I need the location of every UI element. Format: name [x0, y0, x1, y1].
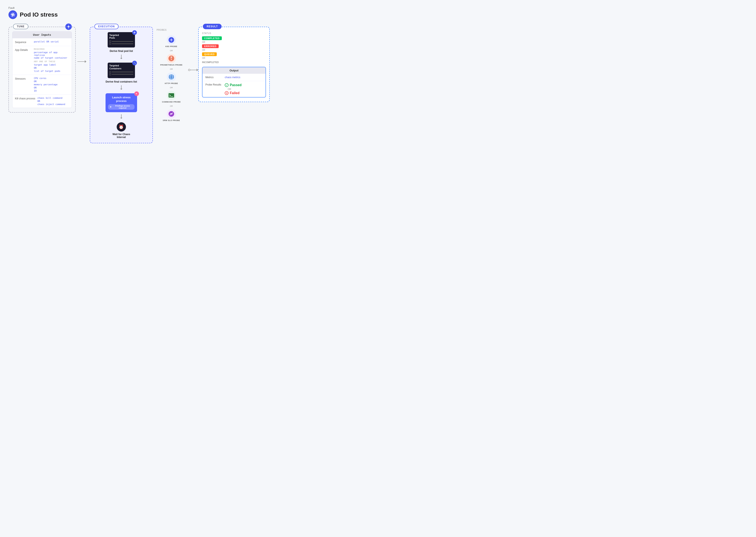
tune-badge: TUNE [13, 24, 28, 29]
result-section: RESULT STATUS COMPLETED OR ERRORED OR QU… [198, 27, 270, 102]
svg-point-11 [171, 39, 172, 41]
svg-rect-18 [169, 93, 174, 98]
page-title-row: Pod IO stress [8, 10, 748, 19]
launch-badge: ✦ [134, 91, 139, 97]
title-text: Pod IO stress [20, 11, 58, 18]
metrics-row: Metrics chaos metrics [202, 74, 266, 81]
h-arrow-1 [77, 60, 86, 63]
derive-pods-label: Derive final pod list [110, 50, 133, 53]
probe-or-3: OR [156, 87, 186, 89]
http-probe-item: HTTP PROBE [156, 70, 186, 86]
svg-point-1 [12, 14, 14, 16]
launch-stress-card: Launch stress process ⚙ Privilege access… [106, 93, 137, 112]
fault-label: Fault [8, 6, 748, 10]
execution-section: EXECUTION TargetedPods [90, 27, 153, 143]
output-card: Output Metrics chaos metrics Probe Resul… [202, 67, 266, 98]
execution-badge: EXECUTION [94, 24, 118, 29]
prometheus-probe-label: PROMETHEUS PROBE [160, 64, 183, 66]
pods-card-k8s-badge [132, 30, 137, 36]
passed-label: Passed [230, 83, 242, 87]
h-arrow-2 [190, 69, 198, 71]
command-probe-label: COMMAND PROBE [162, 101, 181, 103]
check-circle-icon: ✓ [225, 83, 229, 87]
status-label: STATUS [202, 32, 266, 34]
user-inputs-header: User Inputs [12, 31, 72, 38]
user-inputs-card: User Inputs Sequence parallel OR serial … [12, 31, 72, 108]
svg-point-3 [68, 26, 69, 27]
privilege-text: Privilege access required [112, 105, 133, 109]
status-or-1: OR [202, 41, 266, 43]
execution-to-result-arrow [188, 69, 198, 71]
targeted-containers-card: TargetedContainers [108, 62, 135, 78]
srm-probe-icon [167, 109, 176, 118]
metrics-row-value: chaos metrics [225, 76, 240, 79]
status-errored-badge: ERRORED [202, 44, 219, 48]
probe-or-1: OR [156, 50, 186, 52]
svg-point-21 [171, 113, 172, 114]
probes-label: PROBES [156, 29, 186, 31]
k8s-probe-label: K8S PROBE [165, 45, 177, 48]
page-wrapper: Fault Pod IO stress TUNE [8, 6, 748, 143]
result-or: OR [225, 87, 242, 91]
targeted-containers-wrapper: TargetedContainers 🔧 [108, 62, 135, 78]
srm-probe-item: SRM SLO PROBE [156, 107, 186, 123]
svg-text:✦: ✦ [135, 93, 137, 95]
status-or-3: OR [202, 57, 266, 59]
stressors-values: CPU cores OR memory percentage OR IO [34, 77, 58, 92]
wait-chaos-wrapper: ⏰ Wait for ChaosInterval [112, 122, 130, 139]
flow-arrow-1 [121, 55, 121, 59]
command-probe-item: COMMAND PROBE [156, 89, 186, 104]
http-probe-icon [167, 72, 176, 82]
probe-passed: ✓ Passed [225, 83, 242, 87]
targeted-pods-title: TargetedPods [109, 34, 133, 39]
kill-chaos-row: Kill chaos process chaos kill command OR… [12, 95, 72, 108]
launch-stress-wrapper: Launch stress process ⚙ Privilege access… [106, 93, 137, 112]
containers-card-badge: 🔧 [132, 61, 137, 66]
status-incompleted-badge: INCOMPLETED [202, 61, 219, 63]
derive-containers-label: Derive final containers list [106, 80, 137, 83]
tune-section: TUNE User Inputs Sequence [8, 27, 76, 113]
app-details-label: App Details [15, 48, 32, 52]
diagram: TUNE User Inputs Sequence [8, 27, 748, 143]
sequence-label: Sequence [15, 40, 32, 44]
wait-chaos-label: Wait for ChaosInterval [112, 133, 130, 139]
stressors-row: Stressors CPU cores OR memory percentage… [12, 75, 72, 95]
flow-arrow-2 [121, 85, 121, 90]
kill-chaos-values: chaos kill command OR chaos inject comma… [37, 97, 65, 106]
privilege-tag: ⚙ Privilege access required [108, 104, 135, 110]
http-probe-label: HTTP PROBE [165, 82, 178, 84]
status-queued-badge: QUEUED [202, 52, 217, 56]
sequence-value: parallel OR serial [34, 40, 59, 43]
svg-point-5 [134, 32, 135, 33]
probe-failed: ✕ Failed [225, 91, 242, 95]
metrics-row-label: Metrics [205, 76, 222, 79]
failed-label: Failed [230, 91, 240, 95]
status-or-2: OR [202, 49, 266, 51]
targeted-pods-wrapper: TargetedPods [108, 32, 135, 48]
status-completed-badge: COMPLETED [202, 36, 222, 40]
targeted-containers-title: TargetedContainers [109, 64, 133, 70]
probe-results-block: ✓ Passed OR ✕ Failed [225, 83, 242, 95]
targeted-pods-card: TargetedPods [108, 32, 135, 48]
launch-stress-label: Launch stress process [108, 96, 135, 103]
result-badge: RESULT [203, 24, 222, 29]
k8s-probe-item: K8S PROBE [156, 34, 186, 49]
output-header: Output [202, 67, 266, 74]
app-details-row: App Details REQUIRED percentage of app r… [12, 46, 72, 75]
probe-or-4: OR [156, 105, 186, 107]
probe-results-label: Probe Results [205, 83, 222, 86]
kubernetes-icon [8, 10, 17, 19]
svg-point-13 [171, 58, 172, 59]
sequence-row: Sequence parallel OR serial [12, 38, 72, 46]
status-section: STATUS COMPLETED OR ERRORED OR QUEUED OR… [202, 32, 266, 64]
prometheus-probe-item: PROMETHEUS PROBE [156, 52, 186, 68]
k8s-probe-icon [167, 35, 176, 45]
svg-text:🔧: 🔧 [133, 62, 136, 64]
probe-results-row: Probe Results ✓ Passed OR ✕ Failed [202, 81, 266, 97]
command-probe-icon [167, 91, 176, 100]
probes-section: PROBES K8S PROBE OR [155, 27, 188, 125]
clock-icon: ⏰ [117, 122, 126, 132]
srm-probe-label: SRM SLO PROBE [163, 119, 180, 121]
execution-flow: TargetedPods [94, 32, 148, 139]
kill-chaos-label: Kill chaos process [15, 97, 35, 100]
